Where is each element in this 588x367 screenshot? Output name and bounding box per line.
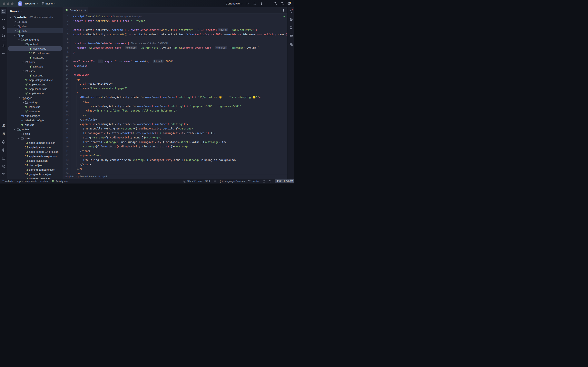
line-number[interactable]: 5 (63, 32, 71, 37)
line-number[interactable]: 14 (63, 73, 71, 77)
code-line-2[interactable]: 2import { type Activity, IDEs } from '~~… (63, 19, 287, 23)
project-tool-button[interactable] (1, 9, 6, 14)
git-tool-button[interactable] (1, 172, 6, 177)
status-crumb[interactable]: components (24, 180, 37, 183)
code-line-10[interactable]: 10 (63, 55, 287, 59)
code-line-33[interactable]: 33I'm Idling on my computer with <strong… (63, 158, 287, 162)
tree-item-activity.vue[interactable]: Activity.vue (7, 46, 63, 51)
search-everywhere-button[interactable] (280, 1, 285, 6)
window-close-button[interactable] (3, 2, 5, 5)
code-line-32[interactable]: 32<span v-else> (63, 153, 287, 158)
project-selector[interactable]: website (24, 1, 39, 6)
inspections-ok-indicator[interactable] (283, 15, 286, 19)
line-number[interactable]: 34 (63, 162, 71, 167)
copilot-chat-tool-button[interactable] (288, 42, 294, 47)
tree-item-home[interactable]: home (7, 60, 63, 64)
code-line-16[interactable]: 16v-if="codingActivity" (63, 82, 287, 86)
tree-item-stats.vue[interactable]: Stats.vue (7, 55, 63, 60)
code-line-21[interactable]: 21:class="codingActivity.state.toLowerCa… (63, 104, 287, 108)
tree-item-pages[interactable]: pages (7, 96, 63, 100)
chevron-right-icon[interactable] (13, 30, 16, 31)
line-number[interactable]: 10 (63, 55, 71, 59)
code-line-23[interactable]: 23/> (63, 113, 287, 117)
breadcrumb[interactable]: template (65, 175, 74, 178)
run-configuration-selector[interactable]: Current File (225, 1, 243, 6)
line-number[interactable]: 24 (63, 117, 71, 122)
chevron-down-icon[interactable] (13, 34, 16, 36)
code-line-27[interactable]: 27{{ codingActivity.state.charAt(0).toLo… (63, 131, 287, 135)
line-number[interactable]: 17 (63, 86, 71, 91)
line-number[interactable]: 12 (63, 64, 71, 68)
code-line-30[interactable]: 30<strong>{{ formatDate(codingActivity.t… (63, 144, 287, 149)
structure-tool-button[interactable] (1, 43, 6, 48)
code-line-29[interactable]: 29I've started <strong>{{ useTimeAgo(cod… (63, 140, 287, 144)
line-number[interactable]: 33 (63, 158, 71, 162)
line-number[interactable]: 1 (63, 14, 71, 19)
memory-indicator[interactable]: 4585 of 7700M (275, 179, 294, 183)
line-number[interactable]: 22 (63, 108, 71, 113)
chevron-down-icon[interactable] (9, 17, 12, 18)
tree-item-website[interactable]: website~/Workspace/website (7, 15, 63, 19)
line-number[interactable]: 9 (63, 50, 71, 55)
tree-item-.nuxt[interactable]: .nuxt (7, 28, 63, 33)
settings-button[interactable] (287, 1, 292, 6)
code-line-4[interactable]: 4const { data: activity, refresh } = awa… (63, 28, 287, 32)
tree-item-tailwind.config.ts[interactable]: ≈tailwind.config.ts (7, 118, 63, 123)
line-number[interactable]: 7 (63, 41, 71, 46)
code-line-15[interactable]: 15<p (63, 77, 287, 82)
line-number[interactable]: 26 (63, 126, 71, 131)
line-number[interactable]: 29 (63, 140, 71, 144)
line-number[interactable]: 2 (63, 19, 71, 23)
tree-item-uses[interactable]: uses (7, 136, 63, 141)
chevron-down-icon[interactable] (13, 129, 16, 130)
inspection-widget[interactable] (269, 180, 272, 183)
chevron-down-icon[interactable] (21, 70, 25, 72)
tree-item-.data[interactable]: .data (7, 19, 63, 24)
code-line-3[interactable]: 3 (63, 23, 287, 28)
line-number[interactable]: 16 (63, 82, 71, 86)
tree-item-apple-ipad-air.json[interactable]: {…}apple-ipad-air.json (7, 145, 63, 150)
code-line-20[interactable]: 20<div (63, 100, 287, 104)
tree-item-app[interactable]: app (7, 33, 63, 37)
git-branch-widget[interactable]: master (248, 180, 259, 183)
line-number[interactable]: 25 (63, 122, 71, 126)
line-number[interactable]: 23 (63, 113, 71, 117)
line-number[interactable]: 31 (63, 149, 71, 153)
status-crumb[interactable]: content (40, 180, 48, 183)
code-editor[interactable]: 1<script lang="ts" setup> Show component… (63, 13, 287, 174)
code-line-7[interactable]: 7function formatDate(date: number) { Sho… (63, 41, 287, 46)
line-number[interactable]: 6 (63, 37, 71, 41)
chevron-down-icon[interactable] (17, 39, 20, 40)
status-crumb[interactable]: app (17, 180, 21, 183)
problems-tool-button[interactable] (1, 164, 6, 169)
line-number[interactable]: 15 (63, 77, 71, 82)
graphql-tool-button[interactable] (1, 139, 6, 145)
line-number[interactable]: 30 (63, 144, 71, 149)
debug-button[interactable] (252, 1, 257, 6)
tree-item-blog[interactable]: blog (7, 132, 63, 136)
branch-selector[interactable]: master (40, 1, 57, 6)
tree-item-apple-airpods-pro.json[interactable]: {…}apple-airpods-pro.json (7, 141, 63, 145)
status-crumb[interactable]: website (5, 180, 13, 183)
code-line-12[interactable]: 12</script> (63, 64, 287, 68)
code-line-22[interactable]: 22class="h-3 w-3 inline-flex rounded-ful… (63, 108, 287, 113)
r-console-tool-button[interactable]: R (1, 123, 6, 128)
code-line-25[interactable]: 25<span v-if="codingActivity.state.toLow… (63, 122, 287, 126)
caret-position-widget[interactable]: 39:4 (205, 180, 210, 183)
tab-close-icon[interactable]: × (84, 8, 86, 12)
commit-tool-button[interactable] (1, 17, 6, 22)
chevron-right-icon[interactable] (13, 25, 16, 27)
tree-item-appbackground.vue[interactable]: AppBackground.vue (7, 78, 63, 82)
r-packages-tool-button[interactable]: R (1, 131, 6, 136)
run-button[interactable] (245, 1, 250, 6)
tree-item-gaming-computer.json[interactable]: {…}gaming-computer.json (7, 167, 63, 172)
code-line-31[interactable]: 31</span> (63, 149, 287, 153)
tree-item-apptitle.vue[interactable]: AppTitle.vue (7, 91, 63, 96)
code-line-5[interactable]: 5const codingActivity = computed(() => a… (63, 32, 287, 37)
copilot-help-tool-button[interactable]: ? (1, 25, 6, 30)
code-line-18[interactable]: 18> (63, 91, 287, 95)
chevron-down-icon[interactable] (21, 43, 25, 45)
terminal-tool-button[interactable] (1, 156, 6, 161)
code-line-35[interactable]: 35</p> (63, 167, 287, 171)
line-number[interactable]: 4 (63, 28, 71, 32)
